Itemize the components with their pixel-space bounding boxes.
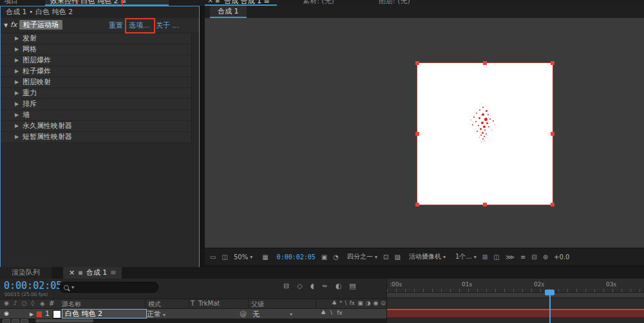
twirl-closed-icon[interactable]: ▶ bbox=[15, 88, 19, 98]
fast-previews-icon[interactable]: ⋙ bbox=[506, 254, 515, 261]
twirl-closed-icon[interactable]: ▶ bbox=[15, 44, 19, 55]
column-hash[interactable]: # bbox=[49, 300, 54, 307]
viewer-timecode[interactable]: 0:00:02:05 bbox=[277, 254, 316, 261]
layer-shy-icon[interactable]: ♣ bbox=[321, 309, 326, 316]
layer-name[interactable]: 白色 纯色 2 bbox=[62, 309, 147, 318]
view-layout-dropdown[interactable]: 1个... ▾ bbox=[455, 252, 477, 261]
layer-quality-icon[interactable]: \ bbox=[330, 309, 332, 316]
snapshot-icon[interactable]: ▣ bbox=[321, 254, 327, 261]
effect-property-row[interactable]: ▶网格 bbox=[1, 44, 191, 55]
composition-canvas[interactable] bbox=[205, 18, 644, 248]
twirl-closed-icon[interactable]: ▶ bbox=[15, 121, 19, 131]
eye-column-icon[interactable]: ◉ bbox=[4, 300, 9, 306]
magnification-dropdown[interactable]: 50% ▾ bbox=[234, 254, 252, 261]
twirl-closed-icon[interactable]: ▶ bbox=[15, 110, 19, 120]
audio-column-icon[interactable]: ♪ bbox=[14, 300, 17, 306]
close-icon[interactable]: × bbox=[207, 0, 213, 5]
shy-column-icon[interactable]: ♣ bbox=[332, 300, 337, 306]
solid-color-swatch[interactable] bbox=[53, 310, 61, 318]
effect-property-row[interactable]: ▶永久属性映射器 bbox=[1, 121, 191, 132]
main-viewer-icon[interactable]: ◫ bbox=[222, 254, 227, 261]
grid-options-icon[interactable]: ▦ bbox=[262, 254, 268, 261]
motion-blur-column-icon[interactable]: ◑ bbox=[366, 300, 371, 306]
lock-column-icon[interactable]: ◊ bbox=[31, 300, 33, 306]
selection-handle[interactable] bbox=[551, 61, 554, 65]
selection-handle[interactable] bbox=[551, 132, 554, 136]
menu-icon[interactable]: ≡ bbox=[110, 267, 116, 279]
pixel-aspect-icon[interactable]: ◫ bbox=[493, 254, 499, 261]
column-trkmat[interactable]: TrkMat bbox=[198, 300, 220, 307]
column-parent[interactable]: 父级 bbox=[251, 300, 264, 309]
layer-row[interactable]: ◉ ▶ 1 白色 纯色 2 正常▾ @ 无 ▾ ♣\fx bbox=[0, 309, 386, 319]
always-preview-icon[interactable]: ▭ bbox=[210, 254, 216, 261]
camera-dropdown[interactable]: 活动摄像机 ▾ bbox=[409, 252, 446, 261]
expand-in-out-button[interactable] bbox=[21, 319, 28, 323]
twirl-closed-icon[interactable]: ▶ bbox=[15, 132, 19, 142]
twirl-closed-icon[interactable]: ▶ bbox=[15, 33, 19, 44]
comp-mini-flowchart-icon[interactable]: ⊟ bbox=[283, 282, 289, 290]
exposure-value[interactable]: +0.0 bbox=[554, 254, 569, 261]
transparency-grid-icon[interactable]: ▨ bbox=[394, 254, 400, 261]
timeline-timecode[interactable]: 0:00:02:05 bbox=[4, 280, 62, 291]
layer-fx-icon[interactable]: fx bbox=[337, 309, 343, 316]
expand-transfer-controls-button[interactable] bbox=[12, 319, 19, 323]
resolution-dropdown[interactable]: 四分之一 ▾ bbox=[347, 252, 377, 261]
reset-link[interactable]: 重置 bbox=[109, 21, 123, 30]
parent-dropdown[interactable]: 无 bbox=[252, 309, 260, 319]
effect-property-row[interactable]: ▶粒子爆炸 bbox=[1, 66, 191, 77]
flowchart-button-icon[interactable]: ⊟ bbox=[531, 254, 536, 261]
effect-property-row[interactable]: ▶图层爆炸 bbox=[1, 55, 191, 66]
pickwhip-icon[interactable]: @ bbox=[240, 309, 247, 318]
fx-column-icon[interactable]: fx bbox=[350, 300, 355, 306]
twirl-closed-icon[interactable]: ▶ bbox=[15, 99, 19, 109]
about-link[interactable]: 关于 ... bbox=[156, 21, 179, 30]
frame-blend-column-icon[interactable]: ▣ bbox=[357, 300, 363, 306]
selection-handle[interactable] bbox=[415, 203, 419, 207]
scrollbar-handle[interactable] bbox=[35, 319, 93, 322]
eye-icon[interactable]: ◉ bbox=[4, 310, 9, 317]
tab-composition-panel[interactable]: 合成 合成 1 ≡ bbox=[224, 0, 270, 6]
mode-dropdown[interactable]: 正常▾ bbox=[147, 309, 166, 319]
selection-handle[interactable] bbox=[415, 132, 419, 136]
effect-property-row[interactable]: ▶重力 bbox=[1, 88, 191, 99]
viewer-tab-comp1[interactable]: 合成 1 bbox=[210, 6, 247, 18]
playhead-handle[interactable] bbox=[545, 290, 554, 295]
frame-blend-icon[interactable]: ≈ bbox=[321, 282, 327, 290]
twirl-closed-icon[interactable]: ▶ bbox=[15, 66, 19, 77]
label-column-icon[interactable]: ◈ bbox=[40, 300, 45, 307]
region-of-interest-icon[interactable]: ⊡ bbox=[383, 254, 388, 261]
twirl-open-icon[interactable]: ▼ bbox=[4, 23, 8, 28]
reset-exposure-icon[interactable]: ⊛ bbox=[543, 254, 548, 261]
fx-badge-icon[interactable]: fx bbox=[10, 21, 17, 29]
timeline-horizontal-scrollbar[interactable] bbox=[0, 318, 386, 323]
show-channels-icon[interactable]: ◔ bbox=[333, 254, 339, 261]
tab-timeline-comp1[interactable]: × ▪ 合成 1 ≡ bbox=[63, 267, 122, 279]
effect-property-row[interactable]: ▶发射 bbox=[1, 33, 191, 44]
effect-property-row[interactable]: ▶图层映射 bbox=[1, 77, 191, 88]
selection-handle[interactable] bbox=[415, 61, 419, 65]
close-icon[interactable]: × bbox=[69, 267, 75, 279]
work-area-bar[interactable] bbox=[387, 293, 644, 298]
column-mode[interactable]: 模式 bbox=[148, 300, 161, 309]
layer-label-swatch[interactable] bbox=[37, 311, 42, 317]
effect-property-row[interactable]: ▶短暂属性映射器 bbox=[1, 132, 191, 143]
search-input[interactable] bbox=[77, 283, 154, 291]
tab-footage[interactable]: 素材: (无) bbox=[303, 0, 334, 6]
twirl-closed-icon[interactable]: ▶ bbox=[15, 77, 19, 88]
collapse-column-icon[interactable]: * bbox=[339, 300, 343, 306]
timeline-button-icon[interactable]: ≡ bbox=[520, 254, 526, 261]
expand-layer-switches-button[interactable] bbox=[3, 319, 10, 323]
threed-column-icon[interactable]: ⊙ bbox=[381, 300, 386, 306]
twirl-closed-icon[interactable]: ▶ bbox=[30, 311, 33, 317]
tab-project[interactable]: 项目 bbox=[4, 0, 18, 6]
motion-blur-icon[interactable]: ◐ bbox=[336, 282, 342, 290]
timeline-track-area[interactable]: :00s01s02s03s bbox=[386, 279, 644, 323]
adjustment-column-icon[interactable]: ◉ bbox=[374, 300, 379, 306]
effect-property-row[interactable]: ▶排斥 bbox=[1, 99, 191, 110]
tab-layer[interactable]: 图层: (无) bbox=[379, 0, 410, 6]
selection-handle[interactable] bbox=[551, 203, 554, 207]
search-box[interactable]: ▾ bbox=[59, 282, 158, 293]
white-solid-layer[interactable] bbox=[417, 63, 553, 205]
hide-shy-layers-icon[interactable]: ◖ bbox=[310, 282, 314, 290]
column-t[interactable]: T bbox=[191, 300, 194, 307]
